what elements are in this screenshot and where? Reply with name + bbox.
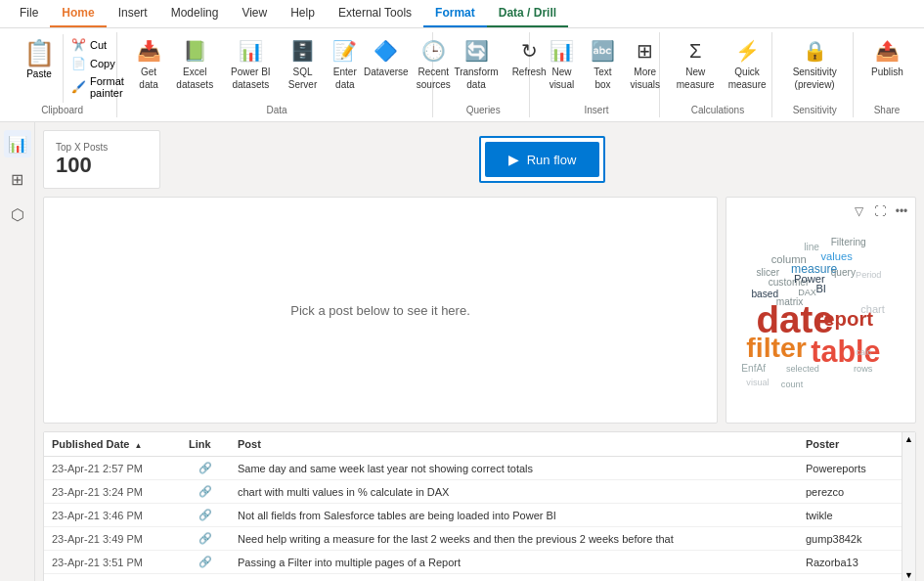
clipboard-group: 📋 Paste ✂️ Cut 📄 Copy 🖌️	[8, 32, 117, 117]
cell-link-5[interactable]: 🔗	[181, 574, 230, 577]
tab-home[interactable]: Home	[50, 0, 106, 27]
run-flow-area: ▶ Run flow	[168, 130, 916, 189]
sidebar-item-data[interactable]: ⊞	[4, 165, 31, 193]
tab-file[interactable]: File	[8, 0, 50, 27]
wc-line: line	[804, 242, 819, 252]
publish-button[interactable]: 📤 Publish	[865, 34, 909, 82]
col-published-date-label: Published Date	[52, 438, 129, 450]
wc-filter: filter	[746, 332, 807, 363]
cell-poster-5: Raedilrucsin	[798, 575, 915, 578]
expand-toolbar-btn[interactable]: ⛶	[870, 201, 890, 221]
link-icon-2[interactable]: 🔗	[198, 509, 212, 520]
enter-data-button[interactable]: 📝 Enter data	[326, 34, 365, 95]
col-post[interactable]: Post	[230, 432, 798, 456]
format-painter-button[interactable]: 🖌️ Format painter	[67, 73, 128, 101]
new-visual-button[interactable]: 📊 New visual	[542, 34, 581, 95]
paste-label: Paste	[26, 68, 52, 79]
app-body: 📊 ⊞ ⬡ Top X Posts 100 ▶ Run flow	[0, 122, 924, 581]
sql-server-button[interactable]: 🗄️ SQL Server	[282, 34, 324, 95]
wc-visual: visual	[746, 378, 769, 387]
cut-button[interactable]: ✂️ Cut	[67, 36, 128, 54]
tab-format[interactable]: Format	[423, 0, 487, 27]
metric-card: Top X Posts 100	[43, 130, 160, 189]
paste-button[interactable]: 📋 Paste	[16, 34, 64, 103]
power-bi-datasets-button[interactable]: 📊 Power BI datasets	[221, 34, 280, 95]
col-link-label: Link	[189, 438, 211, 450]
more-visuals-button[interactable]: ⊞ More visuals	[624, 34, 666, 95]
tab-view[interactable]: View	[230, 0, 279, 27]
table-row[interactable]: 23-Apr-21 4:07 PM 🔗 Calculated table fro…	[44, 574, 915, 577]
cell-poster-0: Powereports	[798, 458, 915, 479]
word-cloud-panel: ▽ ⛶ ••• column line Filtering values sli…	[726, 197, 916, 424]
clipboard-items: 📋 Paste ✂️ Cut 📄 Copy 🖌️	[16, 34, 132, 103]
publish-icon: 📤	[875, 38, 900, 64]
table-row[interactable]: 23-Apr-21 3:46 PM 🔗 Not all fields from …	[44, 504, 915, 527]
table-row[interactable]: 23-Apr-21 3:24 PM 🔗 chart with multi val…	[44, 480, 915, 504]
cell-link-2[interactable]: 🔗	[181, 504, 230, 526]
more-toolbar-btn[interactable]: •••	[892, 201, 911, 221]
cut-icon: ✂️	[71, 38, 86, 52]
scroll-down-button[interactable]: ▼	[902, 568, 915, 581]
cell-link-3[interactable]: 🔗	[181, 527, 230, 550]
cell-post-5: Calculated table from 2 sheets with work…	[230, 575, 798, 578]
get-data-button[interactable]: 📥 Get data	[129, 34, 168, 95]
cell-link-1[interactable]: 🔗	[181, 480, 230, 503]
tab-data-drill[interactable]: Data / Drill	[487, 0, 568, 27]
table-row[interactable]: 23-Apr-21 3:51 PM 🔗 Passing a Filter int…	[44, 551, 915, 574]
scroll-up-button[interactable]: ▲	[902, 432, 915, 446]
new-measure-button[interactable]: Σ New measure	[672, 34, 720, 95]
tab-modeling[interactable]: Modeling	[159, 0, 231, 27]
cell-link-4[interactable]: 🔗	[181, 551, 230, 573]
metric-value: 100	[56, 153, 148, 178]
transform-icon: 🔄	[464, 38, 489, 64]
cell-date-5: 23-Apr-21 4:07 PM	[44, 575, 181, 578]
col-poster-label: Poster	[806, 438, 839, 450]
tab-external-tools[interactable]: External Tools	[327, 0, 423, 27]
table-body: 23-Apr-21 2:57 PM 🔗 Same day and same we…	[44, 457, 915, 577]
excel-button[interactable]: 📗 Excel datasets	[170, 34, 219, 95]
link-icon-4[interactable]: 🔗	[198, 556, 212, 567]
new-visual-icon: 📊	[550, 38, 574, 64]
run-flow-button[interactable]: ▶ Run flow	[485, 142, 600, 177]
ribbon: File Home Insert Modeling View Help Exte…	[0, 0, 924, 122]
sensitivity-button[interactable]: 🔒 Sensitivity (preview)	[784, 34, 845, 95]
wc-period: Period	[856, 270, 881, 280]
dataverse-button[interactable]: 🔷 Dataverse	[367, 34, 406, 82]
sql-icon: 🗄️	[290, 38, 315, 64]
cut-label: Cut	[90, 39, 107, 51]
col-published-date[interactable]: Published Date ▲	[44, 432, 181, 456]
power-bi-icon: 📊	[239, 38, 263, 64]
cell-date-1: 23-Apr-21 3:24 PM	[44, 481, 181, 503]
paste-icon: 📋	[23, 38, 55, 68]
tab-insert[interactable]: Insert	[107, 0, 159, 27]
col-poster[interactable]: Poster	[798, 432, 915, 456]
post-preview-panel: Pick a post below to see it here.	[43, 197, 718, 424]
top-area: Top X Posts 100 ▶ Run flow	[43, 130, 916, 189]
tab-help[interactable]: Help	[279, 0, 327, 27]
col-link[interactable]: Link	[181, 432, 230, 456]
cell-link-0[interactable]: 🔗	[181, 457, 230, 479]
table-row[interactable]: 23-Apr-21 2:57 PM 🔗 Same day and same we…	[44, 457, 915, 480]
sidebar-item-report[interactable]: 📊	[4, 130, 31, 157]
text-box-button[interactable]: 🔤 Text box	[583, 34, 622, 95]
transform-data-button[interactable]: 🔄 Transform data	[445, 34, 507, 95]
format-painter-icon: 🖌️	[71, 80, 86, 94]
copy-button[interactable]: 📄 Copy	[67, 55, 128, 72]
filter-toolbar-btn[interactable]: ▽	[849, 201, 868, 221]
link-icon-1[interactable]: 🔗	[198, 485, 212, 497]
wc-bi: BI	[815, 283, 826, 294]
enter-data-icon: 📝	[332, 38, 357, 64]
sidebar-item-model[interactable]: ⬡	[4, 201, 31, 228]
cell-poster-2: twikle	[798, 505, 915, 526]
quick-measure-button[interactable]: ⚡ Quick measure	[722, 34, 773, 95]
link-icon-3[interactable]: 🔗	[198, 532, 212, 544]
table-row[interactable]: 23-Apr-21 3:49 PM 🔗 Need help writing a …	[44, 527, 915, 551]
sidebar: 📊 ⊞ ⬡	[0, 122, 35, 581]
sensitivity-icon: 🔒	[803, 38, 827, 64]
dataverse-icon: 🔷	[374, 38, 398, 64]
ribbon-body: 📋 Paste ✂️ Cut 📄 Copy 🖌️	[0, 28, 924, 121]
link-icon-0[interactable]: 🔗	[198, 462, 212, 473]
clipboard-group-label: Clipboard	[16, 103, 109, 115]
scrollbar[interactable]: ▲ ▼	[902, 432, 915, 581]
cell-poster-1: perezco	[798, 481, 915, 503]
